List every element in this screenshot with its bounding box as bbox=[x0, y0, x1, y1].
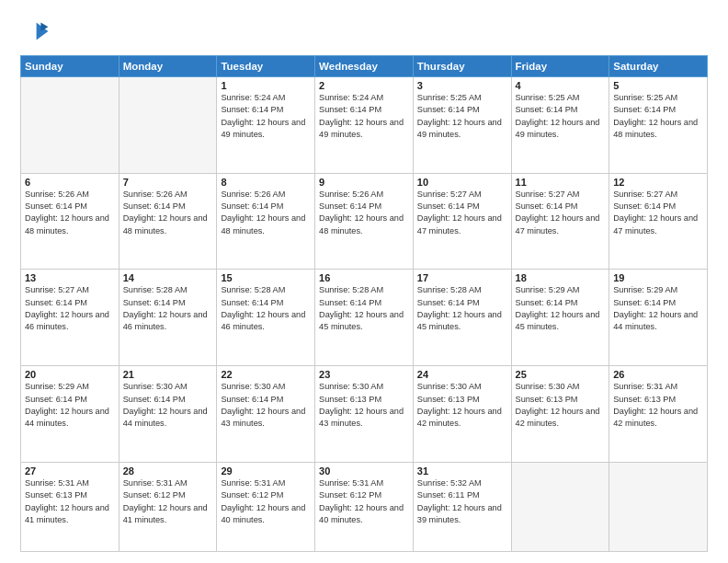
day-info: Sunrise: 5:25 AM Sunset: 6:14 PM Dayligh… bbox=[516, 92, 606, 141]
calendar-cell: 5Sunrise: 5:25 AM Sunset: 6:14 PM Daylig… bbox=[609, 77, 708, 174]
day-number: 2 bbox=[319, 80, 409, 91]
day-number: 13 bbox=[25, 272, 115, 283]
calendar-cell: 16Sunrise: 5:28 AM Sunset: 6:14 PM Dayli… bbox=[315, 270, 414, 366]
day-number: 20 bbox=[25, 369, 115, 380]
day-info: Sunrise: 5:27 AM Sunset: 6:14 PM Dayligh… bbox=[516, 189, 606, 237]
calendar-cell: 31Sunrise: 5:32 AM Sunset: 6:11 PM Dayli… bbox=[413, 462, 511, 551]
day-number: 19 bbox=[613, 272, 703, 283]
day-info: Sunrise: 5:28 AM Sunset: 6:14 PM Dayligh… bbox=[417, 284, 507, 333]
day-info: Sunrise: 5:31 AM Sunset: 6:12 PM Dayligh… bbox=[221, 477, 311, 526]
day-info: Sunrise: 5:26 AM Sunset: 6:14 PM Dayligh… bbox=[221, 189, 311, 237]
day-number: 26 bbox=[613, 369, 703, 380]
calendar-cell: 25Sunrise: 5:30 AM Sunset: 6:13 PM Dayli… bbox=[511, 366, 609, 463]
calendar-cell bbox=[119, 77, 217, 174]
calendar-cell: 21Sunrise: 5:30 AM Sunset: 6:14 PM Dayli… bbox=[119, 366, 217, 463]
calendar-header-friday: Friday bbox=[511, 56, 609, 77]
calendar-cell: 30Sunrise: 5:31 AM Sunset: 6:12 PM Dayli… bbox=[315, 462, 414, 551]
day-info: Sunrise: 5:30 AM Sunset: 6:13 PM Dayligh… bbox=[319, 381, 409, 430]
day-info: Sunrise: 5:27 AM Sunset: 6:14 PM Dayligh… bbox=[417, 189, 507, 237]
calendar-cell: 11Sunrise: 5:27 AM Sunset: 6:14 PM Dayli… bbox=[511, 173, 609, 270]
calendar-cell: 23Sunrise: 5:30 AM Sunset: 6:13 PM Dayli… bbox=[315, 366, 414, 463]
day-number: 8 bbox=[221, 177, 311, 188]
day-number: 6 bbox=[25, 177, 115, 188]
day-info: Sunrise: 5:31 AM Sunset: 6:13 PM Dayligh… bbox=[25, 477, 115, 526]
calendar-cell: 22Sunrise: 5:30 AM Sunset: 6:14 PM Dayli… bbox=[217, 366, 315, 463]
day-number: 11 bbox=[516, 177, 606, 188]
calendar-header-wednesday: Wednesday bbox=[315, 56, 414, 77]
calendar-cell: 1Sunrise: 5:24 AM Sunset: 6:14 PM Daylig… bbox=[217, 77, 315, 174]
day-number: 25 bbox=[516, 369, 606, 380]
calendar-cell: 24Sunrise: 5:30 AM Sunset: 6:13 PM Dayli… bbox=[413, 366, 511, 463]
calendar-header-row: SundayMondayTuesdayWednesdayThursdayFrid… bbox=[21, 56, 708, 77]
day-info: Sunrise: 5:28 AM Sunset: 6:14 PM Dayligh… bbox=[221, 284, 311, 333]
day-info: Sunrise: 5:24 AM Sunset: 6:14 PM Dayligh… bbox=[319, 92, 409, 141]
day-number: 10 bbox=[417, 177, 507, 188]
calendar-cell: 3Sunrise: 5:25 AM Sunset: 6:14 PM Daylig… bbox=[413, 77, 511, 174]
day-info: Sunrise: 5:30 AM Sunset: 6:13 PM Dayligh… bbox=[516, 381, 606, 430]
day-number: 23 bbox=[319, 369, 409, 380]
day-info: Sunrise: 5:31 AM Sunset: 6:13 PM Dayligh… bbox=[613, 381, 703, 430]
day-info: Sunrise: 5:30 AM Sunset: 6:14 PM Dayligh… bbox=[221, 381, 311, 430]
calendar-cell: 17Sunrise: 5:28 AM Sunset: 6:14 PM Dayli… bbox=[413, 270, 511, 366]
day-number: 12 bbox=[613, 177, 703, 188]
calendar-cell: 8Sunrise: 5:26 AM Sunset: 6:14 PM Daylig… bbox=[217, 173, 315, 270]
day-number: 24 bbox=[417, 369, 507, 380]
page: SundayMondayTuesdayWednesdayThursdayFrid… bbox=[0, 0, 728, 563]
day-info: Sunrise: 5:26 AM Sunset: 6:14 PM Dayligh… bbox=[123, 189, 213, 237]
day-number: 9 bbox=[319, 177, 409, 188]
day-number: 28 bbox=[123, 465, 213, 477]
day-info: Sunrise: 5:31 AM Sunset: 6:12 PM Dayligh… bbox=[319, 477, 409, 526]
day-number: 7 bbox=[123, 177, 213, 188]
day-info: Sunrise: 5:25 AM Sunset: 6:14 PM Dayligh… bbox=[417, 92, 507, 141]
day-info: Sunrise: 5:27 AM Sunset: 6:14 PM Dayligh… bbox=[613, 189, 703, 237]
calendar-header-saturday: Saturday bbox=[609, 56, 708, 77]
day-number: 3 bbox=[417, 80, 507, 91]
calendar-cell: 2Sunrise: 5:24 AM Sunset: 6:14 PM Daylig… bbox=[315, 77, 414, 174]
calendar-week-1: 6Sunrise: 5:26 AM Sunset: 6:14 PM Daylig… bbox=[21, 173, 708, 270]
calendar-cell: 15Sunrise: 5:28 AM Sunset: 6:14 PM Dayli… bbox=[217, 270, 315, 366]
day-number: 29 bbox=[221, 465, 311, 477]
day-info: Sunrise: 5:27 AM Sunset: 6:14 PM Dayligh… bbox=[25, 284, 115, 333]
calendar-cell bbox=[511, 462, 609, 551]
logo-icon bbox=[20, 17, 50, 46]
day-number: 16 bbox=[319, 272, 409, 283]
calendar-cell: 18Sunrise: 5:29 AM Sunset: 6:14 PM Dayli… bbox=[511, 270, 609, 366]
calendar-cell: 19Sunrise: 5:29 AM Sunset: 6:14 PM Dayli… bbox=[609, 270, 708, 366]
calendar-cell: 14Sunrise: 5:28 AM Sunset: 6:14 PM Dayli… bbox=[119, 270, 217, 366]
day-info: Sunrise: 5:28 AM Sunset: 6:14 PM Dayligh… bbox=[319, 284, 409, 333]
day-info: Sunrise: 5:30 AM Sunset: 6:14 PM Dayligh… bbox=[123, 381, 213, 430]
calendar-cell: 13Sunrise: 5:27 AM Sunset: 6:14 PM Dayli… bbox=[21, 270, 119, 366]
day-info: Sunrise: 5:29 AM Sunset: 6:14 PM Dayligh… bbox=[613, 284, 703, 333]
day-info: Sunrise: 5:29 AM Sunset: 6:14 PM Dayligh… bbox=[25, 381, 115, 430]
calendar-cell: 4Sunrise: 5:25 AM Sunset: 6:14 PM Daylig… bbox=[511, 77, 609, 174]
day-number: 14 bbox=[123, 272, 213, 283]
calendar-cell: 29Sunrise: 5:31 AM Sunset: 6:12 PM Dayli… bbox=[217, 462, 315, 551]
calendar-cell: 28Sunrise: 5:31 AM Sunset: 6:12 PM Dayli… bbox=[119, 462, 217, 551]
day-info: Sunrise: 5:24 AM Sunset: 6:14 PM Dayligh… bbox=[221, 92, 311, 141]
calendar-header-sunday: Sunday bbox=[21, 56, 119, 77]
day-number: 30 bbox=[319, 465, 409, 477]
calendar-cell: 20Sunrise: 5:29 AM Sunset: 6:14 PM Dayli… bbox=[21, 366, 119, 463]
calendar-week-3: 20Sunrise: 5:29 AM Sunset: 6:14 PM Dayli… bbox=[21, 366, 708, 463]
calendar-header-thursday: Thursday bbox=[413, 56, 511, 77]
calendar-week-4: 27Sunrise: 5:31 AM Sunset: 6:13 PM Dayli… bbox=[21, 462, 708, 551]
header bbox=[20, 17, 708, 46]
day-number: 31 bbox=[417, 465, 507, 477]
calendar-header-tuesday: Tuesday bbox=[217, 56, 315, 77]
calendar-cell bbox=[609, 462, 708, 551]
day-number: 5 bbox=[613, 80, 703, 91]
day-number: 1 bbox=[221, 80, 311, 91]
day-info: Sunrise: 5:30 AM Sunset: 6:13 PM Dayligh… bbox=[417, 381, 507, 430]
day-info: Sunrise: 5:26 AM Sunset: 6:14 PM Dayligh… bbox=[319, 189, 409, 237]
day-number: 15 bbox=[221, 272, 311, 283]
calendar-cell: 26Sunrise: 5:31 AM Sunset: 6:13 PM Dayli… bbox=[609, 366, 708, 463]
day-info: Sunrise: 5:28 AM Sunset: 6:14 PM Dayligh… bbox=[123, 284, 213, 333]
calendar-cell: 7Sunrise: 5:26 AM Sunset: 6:14 PM Daylig… bbox=[119, 173, 217, 270]
day-info: Sunrise: 5:29 AM Sunset: 6:14 PM Dayligh… bbox=[516, 284, 606, 333]
calendar-cell: 12Sunrise: 5:27 AM Sunset: 6:14 PM Dayli… bbox=[609, 173, 708, 270]
calendar-header-monday: Monday bbox=[119, 56, 217, 77]
day-info: Sunrise: 5:26 AM Sunset: 6:14 PM Dayligh… bbox=[25, 189, 115, 237]
day-info: Sunrise: 5:25 AM Sunset: 6:14 PM Dayligh… bbox=[613, 92, 703, 141]
calendar-cell bbox=[21, 77, 119, 174]
calendar-cell: 6Sunrise: 5:26 AM Sunset: 6:14 PM Daylig… bbox=[21, 173, 119, 270]
